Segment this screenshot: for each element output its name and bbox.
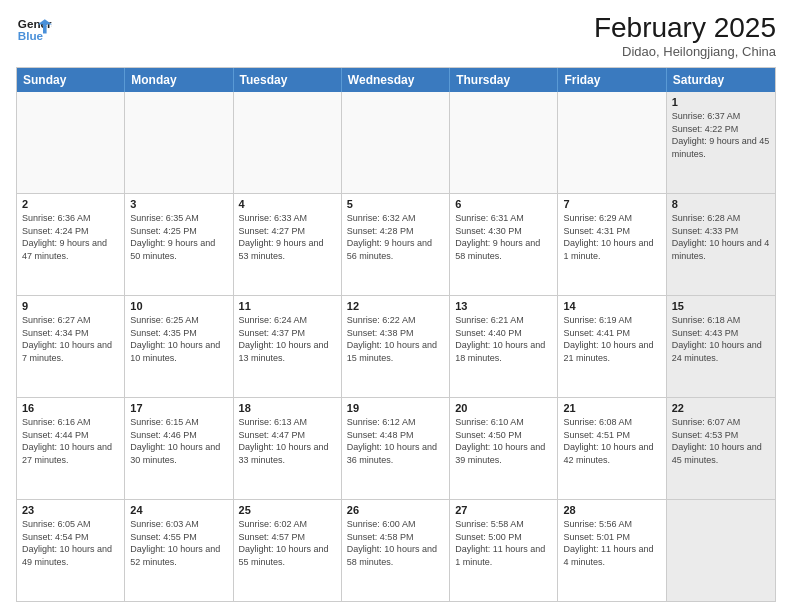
calendar-cell-0-4 [450,92,558,193]
day-number: 3 [130,198,227,210]
day-number: 24 [130,504,227,516]
calendar-cell-2-6: 15Sunrise: 6:18 AM Sunset: 4:43 PM Dayli… [667,296,775,397]
day-number: 5 [347,198,444,210]
calendar-cell-4-1: 24Sunrise: 6:03 AM Sunset: 4:55 PM Dayli… [125,500,233,601]
day-number: 26 [347,504,444,516]
day-number: 28 [563,504,660,516]
calendar-row-0: 1Sunrise: 6:37 AM Sunset: 4:22 PM Daylig… [17,92,775,193]
calendar-cell-0-6: 1Sunrise: 6:37 AM Sunset: 4:22 PM Daylig… [667,92,775,193]
day-info: Sunrise: 6:19 AM Sunset: 4:41 PM Dayligh… [563,314,660,364]
day-number: 16 [22,402,119,414]
header-day-saturday: Saturday [667,68,775,92]
day-info: Sunrise: 6:25 AM Sunset: 4:35 PM Dayligh… [130,314,227,364]
day-number: 27 [455,504,552,516]
day-number: 13 [455,300,552,312]
calendar-row-2: 9Sunrise: 6:27 AM Sunset: 4:34 PM Daylig… [17,295,775,397]
day-number: 15 [672,300,770,312]
day-info: Sunrise: 6:24 AM Sunset: 4:37 PM Dayligh… [239,314,336,364]
day-info: Sunrise: 6:35 AM Sunset: 4:25 PM Dayligh… [130,212,227,262]
day-number: 10 [130,300,227,312]
day-number: 6 [455,198,552,210]
day-info: Sunrise: 6:07 AM Sunset: 4:53 PM Dayligh… [672,416,770,466]
day-number: 21 [563,402,660,414]
calendar-cell-4-2: 25Sunrise: 6:02 AM Sunset: 4:57 PM Dayli… [234,500,342,601]
calendar-header: SundayMondayTuesdayWednesdayThursdayFrid… [17,68,775,92]
day-info: Sunrise: 6:15 AM Sunset: 4:46 PM Dayligh… [130,416,227,466]
month-title: February 2025 [594,12,776,44]
day-info: Sunrise: 6:13 AM Sunset: 4:47 PM Dayligh… [239,416,336,466]
day-number: 20 [455,402,552,414]
day-info: Sunrise: 6:02 AM Sunset: 4:57 PM Dayligh… [239,518,336,568]
header-day-friday: Friday [558,68,666,92]
header-day-monday: Monday [125,68,233,92]
day-number: 17 [130,402,227,414]
day-info: Sunrise: 6:10 AM Sunset: 4:50 PM Dayligh… [455,416,552,466]
calendar-cell-3-5: 21Sunrise: 6:08 AM Sunset: 4:51 PM Dayli… [558,398,666,499]
day-number: 2 [22,198,119,210]
calendar-cell-3-4: 20Sunrise: 6:10 AM Sunset: 4:50 PM Dayli… [450,398,558,499]
title-block: February 2025 Didao, Heilongjiang, China [594,12,776,59]
calendar-row-1: 2Sunrise: 6:36 AM Sunset: 4:24 PM Daylig… [17,193,775,295]
calendar-cell-0-0 [17,92,125,193]
page: General Blue February 2025 Didao, Heilon… [0,0,792,612]
day-number: 23 [22,504,119,516]
calendar-body: 1Sunrise: 6:37 AM Sunset: 4:22 PM Daylig… [17,92,775,601]
day-number: 9 [22,300,119,312]
calendar-row-4: 23Sunrise: 6:05 AM Sunset: 4:54 PM Dayli… [17,499,775,601]
header-day-wednesday: Wednesday [342,68,450,92]
day-number: 8 [672,198,770,210]
header-day-thursday: Thursday [450,68,558,92]
calendar-cell-0-5 [558,92,666,193]
day-number: 12 [347,300,444,312]
calendar-row-3: 16Sunrise: 6:16 AM Sunset: 4:44 PM Dayli… [17,397,775,499]
calendar-cell-2-2: 11Sunrise: 6:24 AM Sunset: 4:37 PM Dayli… [234,296,342,397]
calendar-cell-2-3: 12Sunrise: 6:22 AM Sunset: 4:38 PM Dayli… [342,296,450,397]
day-info: Sunrise: 6:37 AM Sunset: 4:22 PM Dayligh… [672,110,770,160]
day-number: 7 [563,198,660,210]
calendar-cell-3-3: 19Sunrise: 6:12 AM Sunset: 4:48 PM Dayli… [342,398,450,499]
calendar-cell-4-3: 26Sunrise: 6:00 AM Sunset: 4:58 PM Dayli… [342,500,450,601]
calendar-cell-2-1: 10Sunrise: 6:25 AM Sunset: 4:35 PM Dayli… [125,296,233,397]
calendar-cell-1-4: 6Sunrise: 6:31 AM Sunset: 4:30 PM Daylig… [450,194,558,295]
calendar-cell-1-3: 5Sunrise: 6:32 AM Sunset: 4:28 PM Daylig… [342,194,450,295]
header-day-sunday: Sunday [17,68,125,92]
day-number: 14 [563,300,660,312]
day-info: Sunrise: 6:31 AM Sunset: 4:30 PM Dayligh… [455,212,552,262]
calendar-cell-3-0: 16Sunrise: 6:16 AM Sunset: 4:44 PM Dayli… [17,398,125,499]
calendar: SundayMondayTuesdayWednesdayThursdayFrid… [16,67,776,602]
calendar-cell-4-4: 27Sunrise: 5:58 AM Sunset: 5:00 PM Dayli… [450,500,558,601]
day-info: Sunrise: 6:32 AM Sunset: 4:28 PM Dayligh… [347,212,444,262]
day-info: Sunrise: 6:16 AM Sunset: 4:44 PM Dayligh… [22,416,119,466]
subtitle: Didao, Heilongjiang, China [594,44,776,59]
day-info: Sunrise: 6:08 AM Sunset: 4:51 PM Dayligh… [563,416,660,466]
day-info: Sunrise: 6:27 AM Sunset: 4:34 PM Dayligh… [22,314,119,364]
day-info: Sunrise: 6:03 AM Sunset: 4:55 PM Dayligh… [130,518,227,568]
day-info: Sunrise: 6:36 AM Sunset: 4:24 PM Dayligh… [22,212,119,262]
calendar-cell-1-5: 7Sunrise: 6:29 AM Sunset: 4:31 PM Daylig… [558,194,666,295]
day-info: Sunrise: 6:29 AM Sunset: 4:31 PM Dayligh… [563,212,660,262]
calendar-cell-4-5: 28Sunrise: 5:56 AM Sunset: 5:01 PM Dayli… [558,500,666,601]
day-info: Sunrise: 6:22 AM Sunset: 4:38 PM Dayligh… [347,314,444,364]
calendar-cell-2-0: 9Sunrise: 6:27 AM Sunset: 4:34 PM Daylig… [17,296,125,397]
day-info: Sunrise: 6:05 AM Sunset: 4:54 PM Dayligh… [22,518,119,568]
calendar-cell-0-1 [125,92,233,193]
calendar-cell-3-1: 17Sunrise: 6:15 AM Sunset: 4:46 PM Dayli… [125,398,233,499]
day-info: Sunrise: 6:00 AM Sunset: 4:58 PM Dayligh… [347,518,444,568]
day-info: Sunrise: 6:28 AM Sunset: 4:33 PM Dayligh… [672,212,770,262]
calendar-cell-0-3 [342,92,450,193]
day-info: Sunrise: 5:58 AM Sunset: 5:00 PM Dayligh… [455,518,552,568]
calendar-cell-1-0: 2Sunrise: 6:36 AM Sunset: 4:24 PM Daylig… [17,194,125,295]
day-info: Sunrise: 6:21 AM Sunset: 4:40 PM Dayligh… [455,314,552,364]
day-info: Sunrise: 6:12 AM Sunset: 4:48 PM Dayligh… [347,416,444,466]
header-day-tuesday: Tuesday [234,68,342,92]
calendar-cell-1-6: 8Sunrise: 6:28 AM Sunset: 4:33 PM Daylig… [667,194,775,295]
day-number: 19 [347,402,444,414]
day-number: 4 [239,198,336,210]
calendar-cell-0-2 [234,92,342,193]
calendar-cell-2-5: 14Sunrise: 6:19 AM Sunset: 4:41 PM Dayli… [558,296,666,397]
calendar-cell-4-0: 23Sunrise: 6:05 AM Sunset: 4:54 PM Dayli… [17,500,125,601]
calendar-cell-3-2: 18Sunrise: 6:13 AM Sunset: 4:47 PM Dayli… [234,398,342,499]
calendar-cell-1-2: 4Sunrise: 6:33 AM Sunset: 4:27 PM Daylig… [234,194,342,295]
calendar-cell-2-4: 13Sunrise: 6:21 AM Sunset: 4:40 PM Dayli… [450,296,558,397]
calendar-cell-1-1: 3Sunrise: 6:35 AM Sunset: 4:25 PM Daylig… [125,194,233,295]
